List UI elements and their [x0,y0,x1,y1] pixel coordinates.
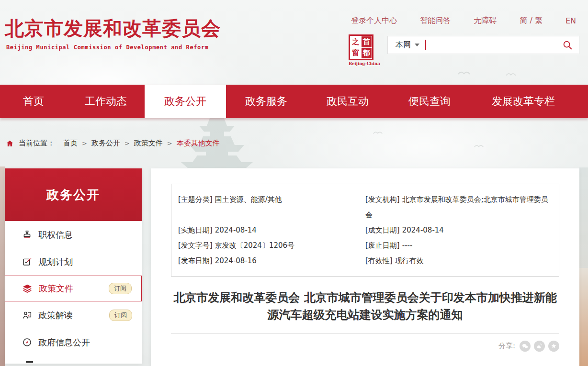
document-panel: [主题分类]国土资源、能源/其他 [发文机构]北京市发展和改革委员会;北京市城市… [151,168,579,366]
sidebar-item-label: 政策解读 [38,310,109,321]
stamp-char: 之 [351,36,361,47]
meta-issuing-agency: [发文机构]北京市发展和改革委员会;北京市城市管理委员会 [365,192,552,222]
breadcrumb-gov-disclosure[interactable]: 政务公开 [91,139,120,148]
login-personal-center-link[interactable]: 登录个人中心 [351,16,397,26]
breadcrumb-prefix: 当前位置： [19,139,55,148]
share-label: 分享: [498,342,515,351]
wechat-icon [521,343,529,350]
stamp-char: 都 [362,48,372,59]
plan-edit-icon [22,257,32,267]
breadcrumb: 当前位置： 首页 > 政务公开 > 政策文件 > 本委其他文件 [6,139,220,148]
search-icon [562,40,573,50]
background-right-top [579,167,588,268]
meta-topic-category: [主题分类]国土资源、能源/其他 [178,192,365,222]
sidebar-item-authority-info[interactable]: 职权信息 [5,221,142,248]
sidebar-item-label: 政策文件 [39,283,109,294]
simplified-traditional-toggle[interactable]: 简 / 繁 [520,16,543,26]
subscribe-badge[interactable]: 订阅 [109,283,132,294]
nav-item-public-interaction[interactable]: 政民互动 [306,85,389,118]
sidebar-title: 政务公开 [5,168,142,221]
utility-links: 登录个人中心 智能问答 无障碍 简 / 繁 EN [351,16,576,26]
meta-publish-date: [发布日期]2024-08-16 [178,253,365,268]
compass-icon [22,337,32,348]
interpret-person-icon [22,310,32,321]
sidebar: 政务公开 职权信息 规划计划 政策文件 订阅 政策解读 订阅 [5,168,142,364]
document-metadata-table: [主题分类]国土资源、能源/其他 [发文机构]北京市发展和改革委员会;北京市城市… [171,184,559,277]
share-qzone-button[interactable] [548,341,559,352]
page: 北京市发展和改革委员会 Beijing Municipal Commission… [0,0,588,366]
background-building-right [579,268,588,366]
layers-icon [22,283,33,294]
document-title: 北京市发展和改革委员会 北京市城市管理委员会关于印发本市加快推进新能源汽车超级充… [169,289,562,323]
breadcrumb-separator: > [124,140,130,147]
nav-item-gov-services[interactable]: 政务服务 [226,85,306,118]
sidebar-item-label: 政府信息公开 [38,337,132,348]
stamp-char: 首 [362,36,372,47]
site-logo-title[interactable]: 北京市发展和改革委员会 [5,15,221,42]
share-wechat-button[interactable] [520,341,531,352]
sidebar-item-policy-interpretation[interactable]: 政策解读 订阅 [5,301,142,329]
nav-item-gov-disclosure[interactable]: 政务公开 [145,85,226,118]
divider [171,333,559,334]
search-scope-dropdown[interactable]: 本网 [388,40,425,50]
share-weibo-button[interactable] [534,341,545,352]
sidebar-item-gov-info-disclosure[interactable]: 政府信息公开 [5,329,142,356]
nav-item-work-news[interactable]: 工作动态 [67,85,145,118]
clipped-icon [26,361,33,363]
search-button[interactable] [556,40,579,50]
search-input[interactable] [426,38,556,52]
meta-repeal-date: [废止日期]---- [365,238,552,253]
site-header: 北京市发展和改革委员会 Beijing Municipal Commission… [0,0,588,85]
bird-decoration [373,130,383,135]
stamp-caption: Beijing-China [349,61,373,66]
star-icon [550,343,557,350]
nav-item-convenient-inquiry[interactable]: 便民查询 [389,85,470,118]
breadcrumb-current-page: 本委其他文件 [177,139,220,148]
site-logo-subtitle-en: Beijing Municipal Commission of Developm… [6,44,209,51]
seal-icon [22,230,32,240]
share-row: 分享: [151,341,579,352]
breadcrumb-separator: > [167,140,172,147]
meta-document-number: [发文字号]京发改〔2024〕1206号 [178,238,365,253]
breadcrumb-home[interactable]: 首页 [63,139,78,148]
chevron-down-icon [415,44,419,46]
breadcrumb-policy-documents[interactable]: 政策文件 [134,139,163,148]
meta-implementation-date: [实施日期]2024-08-14 [178,222,365,238]
sidebar-item-partial [5,356,142,364]
search-scope-label: 本网 [396,40,411,50]
bird-decoration [474,144,484,148]
search-bar: 本网 [387,36,579,54]
english-link[interactable]: EN [565,16,576,25]
accessibility-link[interactable]: 无障碍 [474,16,497,26]
smart-qa-link[interactable]: 智能问答 [420,16,451,26]
beijing-china-stamp-logo[interactable]: 之 首 窗 都 Beijing-China [349,34,373,66]
meta-validity: [有效性]现行有效 [365,253,552,268]
stamp-seal: 之 首 窗 都 [349,34,373,60]
stamp-char: 窗 [351,48,361,59]
sidebar-item-label: 职权信息 [38,229,132,241]
subscribe-badge[interactable]: 订阅 [109,310,132,321]
breadcrumb-separator: > [82,140,87,147]
home-icon[interactable] [6,140,14,147]
sidebar-item-label: 规划计划 [38,256,132,268]
weibo-icon [536,343,543,350]
meta-issuance-date: [成文日期]2024-08-14 [365,222,552,238]
nav-item-home[interactable]: 首页 [0,85,67,118]
main-navigation: 首页 工作动态 政务公开 政务服务 政民互动 便民查询 发展改革专栏 [0,85,588,118]
sidebar-item-planning[interactable]: 规划计划 [5,248,142,276]
sidebar-item-policy-documents[interactable]: 政策文件 订阅 [5,276,142,301]
background-building-left [0,166,5,366]
nav-item-reform-special[interactable]: 发展改革专栏 [470,85,577,118]
